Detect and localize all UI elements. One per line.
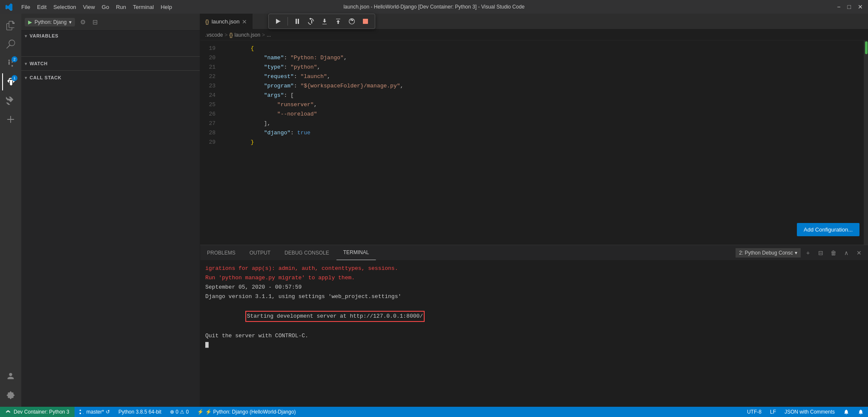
split-terminal-button[interactable]: ⊟: [815, 247, 826, 258]
delete-terminal-button[interactable]: 🗑: [828, 247, 839, 258]
tab-terminal[interactable]: TERMINAL: [336, 245, 377, 260]
variables-header[interactable]: ▾ VARIABLES: [21, 31, 200, 41]
status-branch[interactable]: master* ↺: [75, 407, 114, 417]
close-button[interactable]: ✕: [858, 3, 863, 10]
debug-float-toolbar: [268, 14, 375, 29]
tab-debug-console[interactable]: DEBUG CONSOLE: [278, 245, 336, 260]
breadcrumb-file[interactable]: launch.json: [234, 32, 260, 38]
scrollbar-thumb: [865, 41, 868, 54]
term-line-6: Quit the server with CONTROL-C.: [205, 331, 863, 341]
main-layout: 2 1 ▶ Python: Djang ▾ ⚙ ⊟: [0, 14, 868, 407]
status-debug-target[interactable]: ⚡ ⚡ Python: Django (HelloWorld-Django): [193, 407, 300, 417]
sidebar: ▶ Python: Djang ▾ ⚙ ⊟ ▾ VARIABLES ▾ WATC…: [21, 14, 200, 407]
debug-step-into-button[interactable]: [319, 15, 331, 27]
new-terminal-button[interactable]: +: [802, 247, 813, 258]
debug-open-file-button[interactable]: ⊟: [91, 17, 100, 28]
branch-name: master*: [86, 409, 104, 415]
status-line-ending[interactable]: LF: [766, 407, 780, 417]
terminal-content[interactable]: igrations for app(s): admin, auth, conte…: [200, 261, 868, 407]
editor-area: {} launch.json ✕ .vscode > {} launch.jso…: [200, 14, 868, 407]
branch-icon: [79, 409, 85, 415]
source-control-badge: 2: [11, 56, 17, 62]
toolbar-divider: [287, 17, 288, 26]
maximize-button[interactable]: □: [848, 3, 851, 10]
menu-help[interactable]: Help: [161, 4, 172, 10]
activity-search[interactable]: [2, 36, 19, 53]
status-bell[interactable]: [854, 407, 868, 417]
terminal-selector[interactable]: 2: Python Debug Consc ▾: [736, 248, 801, 258]
editor-scrollbar[interactable]: [864, 41, 868, 245]
menu-run[interactable]: Run: [116, 4, 126, 10]
activity-account[interactable]: [2, 368, 19, 385]
code-line-22: "request": "launch",: [221, 72, 864, 81]
watch-header[interactable]: ▾ WATCH: [21, 58, 200, 69]
debug-step-over-button[interactable]: [305, 15, 317, 27]
code-editor[interactable]: 19 20 21 22 23 24 25 26 27 28 29 { "name…: [200, 41, 868, 245]
activity-source-control[interactable]: 2: [2, 55, 19, 72]
add-configuration-button[interactable]: Add Configuration...: [797, 223, 859, 236]
launch-json-tab[interactable]: {} launch.json ✕: [200, 14, 253, 29]
titlebar-menu: File Edit Selection View Go Run Terminal…: [21, 4, 172, 10]
status-right: UTF-8 LF JSON with Comments: [743, 407, 868, 417]
breadcrumb-sep1: >: [224, 32, 227, 38]
tab-output[interactable]: OUTPUT: [243, 245, 278, 260]
debug-config-button[interactable]: ▶ Python: Djang ▾: [25, 18, 75, 26]
status-errors[interactable]: ⊗ 0 ⚠ 0: [166, 407, 193, 417]
status-language[interactable]: JSON with Comments: [780, 407, 839, 417]
status-remote-notifications[interactable]: [839, 407, 854, 417]
watch-section: ▾ WATCH: [21, 56, 200, 70]
window-title: launch.json - HelloWorld-Django [Dev Con…: [343, 4, 524, 10]
debug-continue-button[interactable]: [272, 15, 284, 27]
activity-extensions[interactable]: [2, 92, 19, 109]
breadcrumb-file-icon: {}: [229, 32, 233, 38]
highlighted-server-line: Starting development server at http://12…: [245, 311, 425, 322]
maximize-panel-button[interactable]: ∧: [841, 247, 852, 258]
menu-file[interactable]: File: [21, 4, 30, 10]
minimize-button[interactable]: −: [837, 3, 840, 10]
callstack-header[interactable]: ▾ CALL STACK: [21, 72, 200, 83]
python-version: Python 3.8.5 64-bit: [118, 409, 161, 415]
code-line-28: "django": true: [221, 128, 864, 138]
debug-pause-button[interactable]: [291, 15, 303, 27]
debug-settings-button[interactable]: ⚙: [78, 17, 87, 28]
debug-stop-button[interactable]: [359, 15, 371, 27]
code-line-20: "name": "Python: Django",: [221, 53, 864, 63]
json-file-icon: {}: [205, 18, 209, 25]
debug-restart-button[interactable]: [346, 15, 358, 27]
status-bar: Dev Container: Python 3 master* ↺ Python…: [0, 407, 868, 417]
status-encoding[interactable]: UTF-8: [743, 407, 766, 417]
debug-badge: 1: [11, 75, 17, 81]
callstack-chevron-icon: ▾: [25, 75, 27, 80]
debug-step-out-button[interactable]: [332, 15, 344, 27]
menu-terminal[interactable]: Terminal: [133, 4, 154, 10]
menu-go[interactable]: Go: [102, 4, 109, 10]
menu-view[interactable]: View: [83, 4, 95, 10]
menu-edit[interactable]: Edit: [37, 4, 46, 10]
window-controls: − □ ✕: [837, 3, 863, 10]
titlebar: File Edit Selection View Go Run Terminal…: [0, 0, 868, 14]
tab-close-button[interactable]: ✕: [242, 18, 247, 25]
watch-label: WATCH: [30, 61, 48, 66]
activity-debug[interactable]: 1: [2, 73, 19, 90]
term-line-2: Run 'python manage.py migrate' to apply …: [205, 273, 863, 283]
status-dev-container[interactable]: Dev Container: Python 3: [0, 407, 75, 417]
menu-selection[interactable]: Selection: [53, 4, 76, 10]
svg-rect-1: [10, 116, 11, 123]
bell-icon: [858, 409, 864, 415]
breadcrumb-root[interactable]: .vscode: [205, 32, 223, 38]
titlebar-left: File Edit Selection View Go Run Terminal…: [5, 3, 172, 11]
code-line-23: "program": "${workspaceFolder}/manage.py…: [221, 81, 864, 91]
activity-settings[interactable]: [2, 386, 19, 403]
activity-explorer[interactable]: [2, 17, 19, 34]
variables-label: VARIABLES: [30, 33, 59, 38]
breadcrumb-more[interactable]: ...: [267, 32, 271, 38]
close-panel-button[interactable]: ✕: [854, 247, 865, 258]
sync-icon: ↺: [106, 409, 110, 415]
code-content: { "name": "Python: Django", "type": "pyt…: [221, 41, 864, 245]
activity-remote[interactable]: [2, 111, 19, 128]
tab-problems[interactable]: PROBLEMS: [200, 245, 243, 260]
play-icon: ▶: [28, 19, 32, 25]
status-python[interactable]: Python 3.8.5 64-bit: [114, 407, 166, 417]
debug-lightning-icon: ⚡: [197, 409, 204, 415]
panel-actions: 2: Python Debug Consc ▾ + ⊟ 🗑 ∧ ✕: [736, 245, 868, 260]
